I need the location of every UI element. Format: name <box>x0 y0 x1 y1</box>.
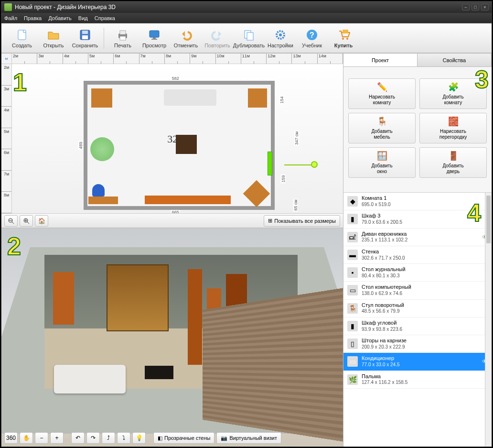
toolbar-label: Создать <box>12 43 32 48</box>
toolbar-label: Повторить <box>204 43 230 48</box>
toolbar-label: Дублировать <box>233 43 265 48</box>
home-button[interactable]: 🏠 <box>35 215 48 227</box>
toolbar-gear-button[interactable]: Настройки <box>265 25 296 52</box>
virtual-visit-button[interactable]: 📷Виртуальный визит <box>216 432 281 444</box>
selection-line <box>284 164 313 165</box>
annotation-2: 2 <box>7 232 21 261</box>
list-item[interactable]: 🌿Пальма127.4 x 116.2 x 158.5 <box>343 371 492 389</box>
action-label: Нарисоватькомнату <box>369 94 395 106</box>
ruler-tick: 8м <box>1 192 11 213</box>
toolbar-print-button[interactable]: Печать <box>107 25 139 52</box>
furniture-plant[interactable] <box>90 137 114 161</box>
item-dimensions: 48.5 x 56.6 x 79.9 <box>362 308 404 315</box>
list-item[interactable]: ▭Кондиционер77.0 x 33.0 x 24.5👁 <box>343 353 492 371</box>
toolbar-help-button[interactable]: ?Учебник <box>296 25 328 52</box>
maximize-button[interactable]: □ <box>472 4 479 11</box>
toolbar-cart-button[interactable]: Купить <box>328 25 359 52</box>
zoom-out-3d-button[interactable]: − <box>35 432 48 444</box>
light-button[interactable]: 💡 <box>132 432 146 444</box>
close-button[interactable]: × <box>481 4 489 11</box>
menu-help[interactable]: Справка <box>95 15 115 21</box>
tab-project[interactable]: Проект <box>343 54 418 66</box>
menu-view[interactable]: Вид <box>78 15 88 21</box>
list-item[interactable]: 🪑Стул поворотный48.5 x 56.6 x 79.9 <box>343 300 492 317</box>
furniture-sofa[interactable] <box>164 89 216 106</box>
plan-2d-area[interactable]: м 2м3м4м5м6м7м8м9м10м11м12м13м14м 2м3м4м… <box>1 54 343 228</box>
action-дверь-button[interactable]: 🚪Добавитьдверь <box>419 147 487 178</box>
list-item[interactable]: 🛋Диван еврокнижка235.1 x 113.1 x 102.2👁 <box>343 229 492 246</box>
svg-line-20 <box>12 222 14 224</box>
ruler-tick: 6м <box>114 54 139 64</box>
ruler-tick: 4м <box>63 54 88 64</box>
selected-object[interactable] <box>268 152 272 175</box>
action-окно-button[interactable]: 🪟Добавитьокно <box>348 147 416 178</box>
canvas-3d[interactable] <box>1 228 343 447</box>
zoom-out-button[interactable] <box>4 215 18 227</box>
item-thumb-icon: ▮ <box>347 321 358 331</box>
tilt-up-button[interactable]: ⤴ <box>102 432 115 444</box>
toolbar-save-button[interactable]: Сохранить <box>69 25 101 52</box>
action-label: Добавитькомнату <box>442 94 463 106</box>
furniture-desk[interactable] <box>88 197 118 204</box>
scrollbar[interactable] <box>485 193 492 447</box>
furniture-wardrobe-2[interactable] <box>248 88 267 108</box>
file-new-icon <box>15 28 29 42</box>
svg-point-17 <box>346 38 348 40</box>
list-item[interactable]: ▪Стол журнальный80.4 x 80.1 x 30.3 <box>343 264 492 282</box>
tab-properties[interactable]: Свойства <box>418 54 492 66</box>
item-thumb-icon: ▪ <box>347 267 358 278</box>
rotate-right-button[interactable]: ↷ <box>86 432 100 444</box>
svg-rect-9 <box>151 39 157 40</box>
svg-rect-2 <box>82 31 88 34</box>
list-item[interactable]: ▮Шкаф угловой93.9 x 93.8 x 223.6 <box>343 317 492 335</box>
action-перегородку-button[interactable]: 🧱Нарисоватьперегородку <box>419 113 487 143</box>
ruler-tick: 9м <box>190 54 215 64</box>
pan-button[interactable]: ✋ <box>20 432 33 444</box>
action-icon: 🧩 <box>447 82 460 93</box>
ruler-vertical: 2м3м4м5м6м7м8м <box>1 64 12 213</box>
toolbar-label: Печать <box>114 43 131 48</box>
view-3d-area[interactable]: 2 360 ✋ − + ↶ ↷ ⤴ ⤵ 💡 ◧Прозрачные стены … <box>1 228 343 447</box>
ruler-tick: 4м <box>1 107 11 128</box>
dim-left: 489 <box>78 141 83 150</box>
toolbar-undo-button[interactable]: Отменить <box>170 25 202 52</box>
transparent-walls-button[interactable]: ◧Прозрачные стены <box>153 432 214 444</box>
show-dimensions-button[interactable]: ⊞Показывать все размеры <box>264 215 340 227</box>
furniture-wall-unit[interactable] <box>145 196 231 204</box>
toolbar-folder-button[interactable]: Открыть <box>38 25 69 52</box>
ruler-tick: 10м <box>216 54 241 64</box>
zoom-in-button[interactable] <box>20 215 33 227</box>
toolbar-monitor-button[interactable]: Просмотр <box>139 25 170 52</box>
furniture-chair[interactable] <box>92 184 105 197</box>
zoom-in-3d-button[interactable]: + <box>50 432 64 444</box>
canvas-2d[interactable]: 32,52 582 665 489 95 <box>12 64 343 213</box>
toolbar-file-new-button[interactable]: Создать <box>6 25 38 52</box>
toolbar-redo-button[interactable]: Повторить <box>202 25 233 52</box>
action-комнату-button[interactable]: ✏️Нарисоватькомнату <box>348 78 416 109</box>
list-item[interactable]: ▭Стол компьютерный138.0 x 62.9 x 74.6 <box>343 282 492 299</box>
item-name: Стул поворотный <box>362 302 404 309</box>
svg-rect-5 <box>120 31 126 34</box>
action-label: Добавитьдверь <box>442 163 463 175</box>
copy-icon <box>242 28 256 42</box>
sofa-3d <box>54 365 126 393</box>
minimize-button[interactable]: – <box>462 4 470 11</box>
toolbar-copy-button[interactable]: Дублировать <box>233 25 265 52</box>
furniture-wardrobe[interactable] <box>91 88 112 108</box>
furniture-corner[interactable] <box>243 180 270 208</box>
menu-add[interactable]: Добавить <box>48 15 72 21</box>
tilt-down-button[interactable]: ⤵ <box>117 432 130 444</box>
action-мебель-button[interactable]: 🪑Добавитьмебель <box>348 113 416 143</box>
furniture-table[interactable] <box>176 135 197 154</box>
list-item[interactable]: ▯Шторы на карнизе200.9 x 20.3 x 222.9 <box>343 335 492 353</box>
room-outline[interactable]: 32,52 582 665 489 95 <box>84 81 275 210</box>
toolbar-label: Открыть <box>43 43 64 48</box>
menu-edit[interactable]: Правка <box>24 15 42 21</box>
menu-file[interactable]: Файл <box>4 15 17 21</box>
toolbar: СоздатьОткрытьСохранитьПечатьПросмотрОтм… <box>1 23 492 53</box>
ruler-tick: 13м <box>292 54 317 64</box>
selection-handle[interactable] <box>311 161 318 168</box>
rotate-left-button[interactable]: ↶ <box>71 432 85 444</box>
list-item[interactable]: ▬Стенка302.6 x 71.7 x 250.0 <box>343 246 492 264</box>
rotate-360-button[interactable]: 360 <box>4 432 18 444</box>
